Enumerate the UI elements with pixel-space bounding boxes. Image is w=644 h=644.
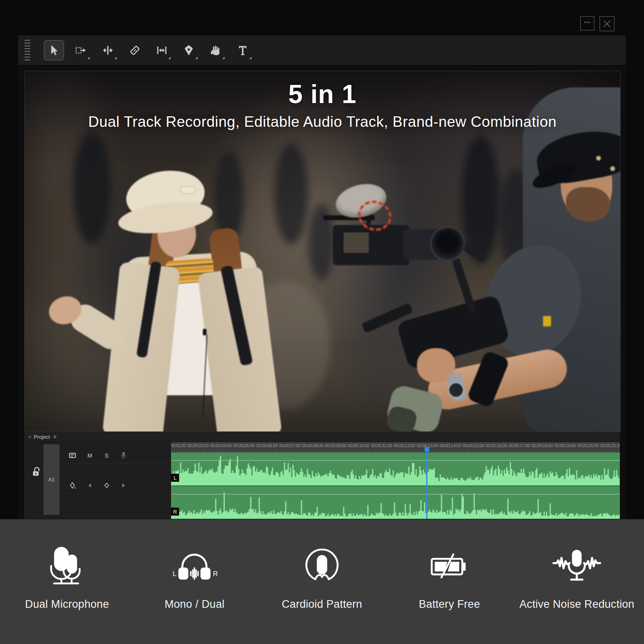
track-lane: 00;00;02;0000;00;03;0000;00;04;0000;00;0… bbox=[171, 442, 620, 519]
active-noise-reduction-icon bbox=[550, 539, 603, 590]
dual-microphone-icon bbox=[43, 539, 91, 590]
track-select-forward-tool-button[interactable] bbox=[71, 40, 91, 60]
hand-tool-button[interactable] bbox=[206, 40, 226, 60]
camera-screen bbox=[343, 231, 370, 254]
lavalier-microphone bbox=[203, 329, 206, 335]
waveform-left bbox=[171, 452, 620, 485]
next-keyframe-icon bbox=[121, 483, 126, 488]
tab-project[interactable]: Project bbox=[34, 434, 50, 440]
ruler-timecode: 00;00;21;00 bbox=[595, 443, 620, 448]
minimize-icon bbox=[581, 17, 594, 30]
hat-logo-patch bbox=[181, 186, 195, 194]
track-toggle-row: M S bbox=[64, 448, 167, 464]
program-monitor: 5 in 1 Dual Track Recording, Editable Au… bbox=[24, 71, 621, 432]
close-button[interactable] bbox=[599, 16, 615, 31]
slip-tool-button[interactable] bbox=[152, 40, 172, 60]
pen-tool-button[interactable] bbox=[179, 40, 199, 60]
track-name: A1 bbox=[48, 477, 55, 483]
microphone-icon bbox=[121, 452, 126, 460]
track-select-forward-tool-icon bbox=[74, 44, 87, 57]
time-ruler[interactable]: 00;00;02;0000;00;03;0000;00;04;0000;00;0… bbox=[171, 442, 620, 452]
channel-label-right: R bbox=[171, 508, 179, 516]
mono-dual-left-label: L bbox=[173, 570, 176, 578]
mono-dual-icon: L R bbox=[168, 539, 221, 590]
ripple-edit-tool-button[interactable] bbox=[98, 40, 118, 60]
add-keyframe-icon bbox=[104, 483, 109, 488]
pen-tool-icon bbox=[182, 44, 195, 57]
keyframe-toggle-icon bbox=[69, 482, 76, 489]
crowd-silhouette bbox=[274, 144, 308, 244]
panel-menu-icon[interactable]: ≡ bbox=[53, 433, 56, 440]
tab-close-icon[interactable]: × bbox=[28, 434, 31, 440]
feature-cardioid-pattern: Cardioid Pattern bbox=[262, 539, 382, 611]
toggle-animation-button[interactable] bbox=[68, 481, 77, 490]
feature-label: Cardioid Pattern bbox=[282, 598, 362, 611]
solo-button[interactable]: S bbox=[102, 451, 111, 460]
previous-keyframe-button[interactable] bbox=[85, 481, 94, 490]
mute-button[interactable]: M bbox=[85, 451, 94, 460]
feature-label: Battery Free bbox=[419, 598, 480, 611]
add-keyframe-button[interactable] bbox=[102, 481, 111, 490]
feature-active-noise-reduction: Active Noise Reduction bbox=[516, 539, 637, 611]
page: { "window_controls": {"minimize_icon": "… bbox=[0, 0, 644, 644]
feature-dual-microphone: Dual Microphone bbox=[7, 539, 128, 611]
lock-open-icon bbox=[31, 466, 42, 477]
track-output-icon bbox=[69, 452, 77, 459]
mono-dual-right-label: R bbox=[213, 570, 218, 578]
voiceover-record-button[interactable] bbox=[119, 451, 128, 460]
crowd-silhouette bbox=[73, 132, 111, 244]
hero-title: 5 in 1 bbox=[25, 81, 620, 108]
timeline-panel: × Project ≡ A1 bbox=[24, 432, 620, 519]
feature-mono-dual: L R Mono / Dual bbox=[134, 539, 255, 611]
track-output-toggle-button[interactable] bbox=[68, 451, 77, 460]
sleeve-yellow-tag bbox=[543, 316, 551, 326]
feature-strip: Dual Microphone L R Mono / Du bbox=[0, 519, 644, 644]
type-tool-icon bbox=[236, 44, 249, 57]
battery-free-icon bbox=[425, 539, 475, 590]
hero-text: 5 in 1 Dual Track Recording, Editable Au… bbox=[25, 81, 620, 130]
camera-lens bbox=[430, 227, 465, 261]
feature-label: Dual Microphone bbox=[25, 598, 109, 611]
channel-label-left: L bbox=[171, 474, 179, 482]
cardioid-pattern-icon bbox=[297, 539, 347, 590]
panel-grip-handle[interactable] bbox=[24, 40, 31, 61]
minimize-button[interactable] bbox=[580, 16, 594, 31]
feature-label: Mono / Dual bbox=[165, 598, 225, 611]
selection-tool-icon bbox=[47, 44, 60, 57]
editor-window: 5 in 1 Dual Track Recording, Editable Au… bbox=[18, 35, 626, 519]
audio-clip[interactable]: L R bbox=[171, 452, 620, 519]
cap-eyelet bbox=[610, 166, 615, 171]
audio-channel-right: R bbox=[171, 486, 620, 519]
type-tool-button[interactable] bbox=[233, 40, 253, 60]
ripple-edit-tool-icon bbox=[101, 44, 114, 57]
close-icon bbox=[600, 17, 614, 31]
waveform-right bbox=[171, 486, 620, 519]
razor-tool-icon bbox=[128, 44, 141, 57]
next-keyframe-button[interactable] bbox=[119, 481, 128, 490]
track-name-strip[interactable]: A1 bbox=[43, 444, 60, 515]
wristwatch-face bbox=[448, 382, 464, 398]
playhead[interactable] bbox=[426, 448, 427, 519]
cap-eyelet bbox=[596, 156, 601, 161]
selection-tool-button[interactable] bbox=[44, 40, 64, 60]
track-lock-button[interactable] bbox=[31, 466, 42, 479]
track-header: A1 M S bbox=[24, 442, 172, 519]
keyframe-row bbox=[64, 477, 167, 493]
feature-label: Active Noise Reduction bbox=[519, 598, 634, 611]
hand-tool-icon bbox=[209, 44, 222, 57]
audio-channel-left: L bbox=[171, 452, 620, 486]
timeline-tab-bar: × Project ≡ bbox=[24, 432, 620, 442]
razor-tool-button[interactable] bbox=[125, 40, 145, 60]
tools-panel bbox=[18, 35, 626, 66]
feature-battery-free: Battery Free bbox=[389, 539, 510, 611]
slip-tool-icon bbox=[155, 44, 168, 57]
man-beard bbox=[566, 187, 610, 222]
hero-subtitle: Dual Track Recording, Editable Audio Tra… bbox=[25, 114, 620, 130]
previous-keyframe-icon bbox=[87, 483, 92, 488]
